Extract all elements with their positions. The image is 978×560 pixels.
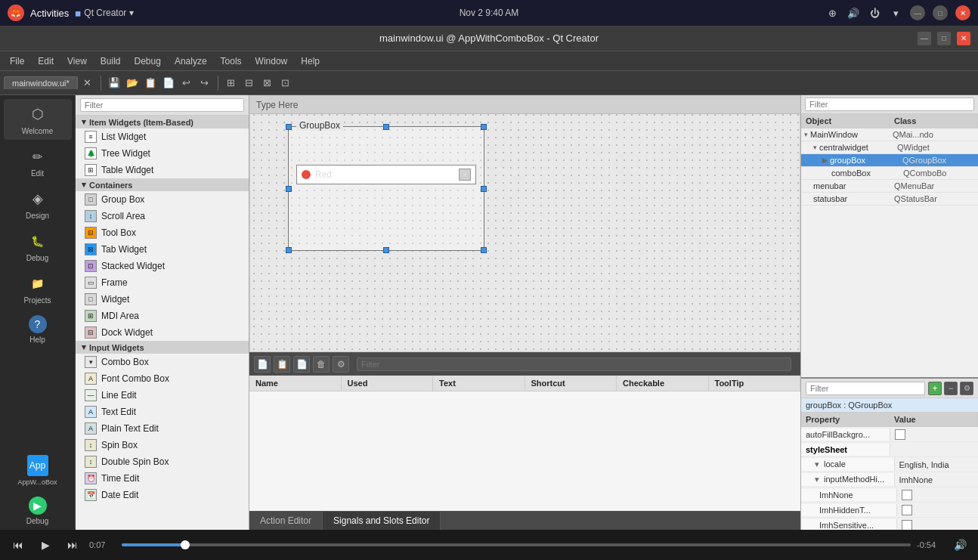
widget-table-widget[interactable]: ⊞ Table Widget [76, 162, 249, 178]
action-paste-button[interactable]: 📄 [293, 356, 310, 373]
menu-analyze[interactable]: Analyze [169, 54, 213, 68]
prop-row-imhnone[interactable]: ImhNone [801, 487, 978, 503]
prop-row-autofill[interactable]: autoFillBackgro... [801, 427, 978, 442]
toolbar-redo[interactable]: ↪ [197, 75, 213, 91]
sidebar-item-edit[interactable]: ✏ Edit [4, 141, 72, 182]
menu-edit[interactable]: Edit [32, 54, 60, 68]
combo-dropdown-button[interactable]: ▾ [459, 169, 471, 181]
app-minimize-button[interactable]: — [918, 32, 931, 45]
menu-debug[interactable]: Debug [128, 54, 167, 68]
video-progress-bar[interactable] [122, 543, 911, 546]
firefox-icon[interactable]: 🦊 [8, 5, 24, 21]
widget-list-widget[interactable]: ≡ List Widget [76, 128, 249, 145]
obj-row-statusbar[interactable]: statusbar QStatusBar [801, 193, 978, 206]
activities-button[interactable]: Activities [30, 8, 69, 19]
combo-box-widget[interactable]: Red ▾ [296, 165, 476, 184]
obj-row-centralwidget[interactable]: ▾ centralwidget QWidget [801, 141, 978, 154]
video-prev-button[interactable]: ⏮ [8, 534, 29, 555]
prop-row-imhsensitive[interactable]: ImhSensitive... [801, 518, 978, 530]
toolbar-undo[interactable]: ↩ [178, 75, 195, 91]
widget-time-edit[interactable]: ⏰ Time Edit [76, 470, 249, 487]
widget-widget[interactable]: □ Widget [76, 291, 249, 308]
widget-dock-widget[interactable]: ⊟ Dock Widget [76, 324, 249, 341]
action-copy-button[interactable]: 📋 [274, 356, 290, 373]
widget-frame[interactable]: ▭ Frame [76, 274, 249, 291]
video-next-button[interactable]: ⏭ [62, 534, 83, 555]
sidebar-item-projects[interactable]: 📁 Projects [4, 268, 72, 309]
volume-icon[interactable]: 🔊 [846, 6, 860, 20]
toolbar-layout[interactable]: ⊡ [277, 75, 294, 91]
widget-text-edit[interactable]: A Text Edit [76, 404, 249, 420]
widget-tree-widget[interactable]: 🌲 Tree Widget [76, 145, 249, 162]
obj-row-mainwindow[interactable]: ▾ MainWindow QMai...ndo [801, 128, 978, 141]
sys-minimize-button[interactable]: — [910, 5, 925, 20]
widget-spin-box[interactable]: ↕ Spin Box [76, 437, 249, 453]
handle-bm[interactable] [383, 247, 389, 253]
tab-signals-slots[interactable]: Signals and Slots Editor [323, 512, 441, 530]
widget-filter-input[interactable] [80, 98, 244, 112]
toolbar-open[interactable]: 📂 [124, 75, 141, 91]
settings-icon[interactable]: ▾ [889, 6, 902, 20]
sidebar-item-debug2[interactable]: ▶ Debug [4, 492, 72, 530]
sidebar-item-appwoobox[interactable]: App AppW...oBox [4, 450, 72, 490]
toolbar-save[interactable]: 💾 [106, 75, 122, 91]
widget-stacked-widget[interactable]: ⊡ Stacked Widget [76, 258, 249, 274]
handle-br[interactable] [481, 247, 487, 253]
action-delete-button[interactable]: 🗑 [313, 356, 330, 373]
menu-help[interactable]: Help [295, 54, 326, 68]
handle-tm[interactable] [383, 124, 389, 130]
toolbar-close-tab[interactable]: ✕ [79, 75, 96, 91]
action-settings-button[interactable]: ⚙ [333, 356, 349, 373]
toolbar-grid[interactable]: ⊠ [259, 75, 276, 91]
obj-row-combobox[interactable]: comboBox QComboBo [801, 167, 978, 180]
prop-checkbox-autofill[interactable] [895, 429, 905, 440]
prop-row-imhhidden[interactable]: ImhHiddenT... [801, 503, 978, 518]
toolbar-copy[interactable]: 📋 [142, 75, 159, 91]
group-box-widget[interactable]: GroupBox Red [288, 126, 484, 251]
power-icon[interactable]: ⏻ [868, 6, 881, 20]
file-tab[interactable]: mainwindow.ui* [4, 76, 78, 89]
app-maximize-button[interactable]: □ [937, 32, 951, 45]
sidebar-item-welcome[interactable]: ⬡ Welcome [4, 99, 72, 140]
handle-bl[interactable] [286, 247, 292, 253]
prop-checkbox-imhhidden[interactable] [902, 505, 912, 515]
widget-font-combo-box[interactable]: A Font Combo Box [76, 370, 249, 387]
sidebar-item-design[interactable]: ◈ Design [4, 184, 72, 224]
video-progress-handle[interactable] [181, 540, 190, 549]
widget-mdi-area[interactable]: ⊞ MDI Area [76, 308, 249, 324]
menu-build[interactable]: Build [94, 54, 127, 68]
prop-row-inputmethod[interactable]: ▾ inputMethodHi... ImhNone [801, 472, 978, 487]
handle-tr[interactable] [481, 124, 487, 130]
sidebar-item-help[interactable]: ? Help [4, 311, 72, 348]
handle-ml[interactable] [286, 186, 292, 192]
widget-group-box[interactable]: □ Group Box [76, 191, 249, 208]
qt-creator-taskbar[interactable]: ◼ Qt Creator ▾ [75, 8, 134, 18]
widget-double-spin-box[interactable]: ↕ Double Spin Box [76, 453, 249, 470]
widget-combo-box[interactable]: ▾ Combo Box [76, 354, 249, 370]
toolbar-paste[interactable]: 📄 [160, 75, 177, 91]
prop-remove-button[interactable]: − [944, 382, 958, 395]
obj-row-groupbox[interactable]: ▶ groupBox QGroupBox [801, 154, 978, 167]
sys-maximize-button[interactable]: □ [933, 5, 948, 20]
menu-file[interactable]: File [4, 54, 30, 68]
widget-scroll-area[interactable]: ↕ Scroll Area [76, 208, 249, 224]
video-volume-button[interactable]: 🔊 [949, 534, 970, 555]
prop-row-stylesheet[interactable]: styleSheet [801, 442, 978, 457]
widget-date-edit[interactable]: 📅 Date Edit [76, 487, 249, 503]
menu-view[interactable]: View [61, 54, 93, 68]
app-close-button[interactable]: ✕ [957, 32, 970, 45]
handle-tl[interactable] [286, 124, 292, 130]
widget-tool-box[interactable]: ⊟ Tool Box [76, 224, 249, 241]
property-filter-input[interactable] [806, 382, 925, 395]
action-filter-input[interactable] [357, 357, 791, 371]
menu-window[interactable]: Window [249, 54, 294, 68]
widget-line-edit[interactable]: — Line Edit [76, 387, 249, 404]
video-play-button[interactable]: ▶ [35, 534, 56, 555]
menu-tools[interactable]: Tools [215, 54, 248, 68]
obj-row-menubar[interactable]: menubar QMenuBar [801, 180, 978, 193]
prop-row-locale[interactable]: ▾ locale English, India [801, 457, 978, 472]
object-filter-input[interactable] [805, 97, 974, 111]
widget-plain-text-edit[interactable]: A Plain Text Edit [76, 420, 249, 437]
sidebar-item-debug[interactable]: 🐛 Debug [4, 226, 72, 267]
handle-mr[interactable] [481, 186, 487, 192]
